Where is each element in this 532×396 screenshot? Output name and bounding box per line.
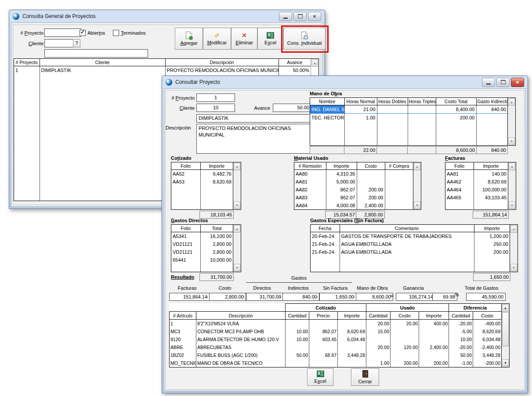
table-row[interactable]: AA46543,103.45 <box>445 194 508 202</box>
titlebar-consultar-proyecto[interactable]: Consultar Proyecto <box>162 76 528 88</box>
table-row[interactable]: AA82862.07200.00 <box>294 186 413 194</box>
descripcion-field[interactable]: PROYECTO REMODOLACIÓN OFICINAS MUNICIPAL <box>196 124 312 154</box>
gastos-especiales-scrollbar[interactable]: ▲ ▼ <box>510 225 518 272</box>
gastos-directos-scrollbar[interactable]: ▲ ▼ <box>233 225 241 272</box>
modificar-button[interactable]: Modificar <box>203 28 231 50</box>
cliente-field[interactable]: 10 <box>196 104 235 112</box>
header-row: FechaComentarioImporte <box>311 225 510 232</box>
scroll-track[interactable] <box>233 171 241 201</box>
mano-de-obra-label: Mano de Obra <box>310 91 342 96</box>
abiertos-checkbox[interactable] <box>80 30 86 36</box>
titlebar-consulta-general[interactable]: Consulta General de Proyectos <box>9 10 325 22</box>
table-row[interactable]: AA83862.07200.00 <box>294 194 413 202</box>
table-row[interactable]: A534116,100.00 <box>171 232 233 241</box>
table-row[interactable]: MO_TECNICMANO DE OBRA DE TECNICO1.00200.… <box>170 359 502 367</box>
scroll-down-icon[interactable]: ▼ <box>502 359 509 367</box>
res-facturas-label: Facturas <box>169 285 205 291</box>
table-row[interactable]: VD211212,800.00 <box>171 248 233 256</box>
empty-cell <box>377 122 408 130</box>
empty-cell <box>474 256 510 264</box>
agregar-button[interactable]: Agregar <box>175 28 203 50</box>
proyecto-input[interactable] <box>44 29 81 37</box>
table-row[interactable]: 6544110,000.00 <box>171 256 233 264</box>
table-row[interactable]: 1DIMIPLASTIKPROYECTO REMODOLACIÓN OFICIN… <box>14 66 311 75</box>
proyecto-field[interactable]: 1 <box>196 94 235 102</box>
cell <box>391 328 419 335</box>
scroll-up-icon[interactable]: ▲ <box>510 225 517 233</box>
maximize-icon[interactable] <box>293 12 307 21</box>
empty-cell <box>14 145 40 153</box>
table-row[interactable]: AA529,482.76 <box>171 170 233 178</box>
empty-cell <box>40 177 165 185</box>
minimize-icon[interactable] <box>279 12 292 21</box>
close-icon[interactable] <box>308 12 321 21</box>
scroll-track[interactable] <box>502 346 509 359</box>
table-row[interactable]: 18'2"X10'M524 VLRA20.0020.00400.00-20.00… <box>170 320 502 328</box>
table-row[interactable]: AA4628,620.69 <box>445 178 508 186</box>
scroll-up-icon[interactable]: ▲ <box>311 59 318 67</box>
scroll-up-icon[interactable]: ▲ <box>234 163 240 170</box>
table-row[interactable]: VD211212,800.00 <box>171 240 233 248</box>
table-row[interactable]: 1BZ02FUSIBLE BUSS (AGC 1/200)50.0068.973… <box>170 351 502 359</box>
avance-field[interactable]: 50.00 <box>273 104 311 112</box>
table-row[interactable]: ABREABRECUBETAS20.00120.002,400.00-20.00… <box>170 343 502 351</box>
cotizado-scrollbar[interactable]: ▲ ▼ <box>233 162 241 209</box>
table-row[interactable]: MC3CONECTOR MC3 P/LAMP OHB10.00862.078,6… <box>170 328 502 335</box>
table-row[interactable]: 20-Feb-24GASTOS DE TRANSPORTE DE TRABAJA… <box>311 232 510 241</box>
table-row[interactable]: 21-Feb-24AGUA EMBOTELLADA250.00 <box>311 240 510 248</box>
scroll-thumb[interactable] <box>502 312 509 346</box>
abiertos-label: Abiertos <box>87 30 105 36</box>
table-row[interactable]: AA804,310.35 <box>294 170 413 178</box>
table-row[interactable]: 9120ALARMA DETECTOR DE HUMO 120 V10.0060… <box>170 335 502 343</box>
cell: 603.45 <box>309 335 338 343</box>
cell: 200.00 <box>474 248 510 256</box>
scroll-track[interactable] <box>508 171 516 201</box>
eliminar-label: Eliminar <box>235 40 253 45</box>
minimize-icon[interactable] <box>482 78 495 87</box>
empty-cell <box>344 130 377 137</box>
header-row: # ProyectoClienteDescripciónAvance <box>14 59 311 66</box>
table-row[interactable]: AA815,000.00 <box>294 178 413 186</box>
maximize-icon[interactable] <box>496 78 510 87</box>
scroll-down-icon[interactable]: ▼ <box>414 202 420 209</box>
table-row[interactable]: TEC. HECTOR1.00200.00 <box>310 114 507 122</box>
scroll-up-icon[interactable]: ▲ <box>509 163 515 170</box>
table-row[interactable]: AA844,000.082,400.00 <box>294 202 413 209</box>
scroll-down-icon[interactable]: ▼ <box>510 264 517 271</box>
cell: 862.07 <box>326 194 357 202</box>
scroll-up-icon[interactable]: ▲ <box>234 225 240 233</box>
scroll-down-icon[interactable]: ▼ <box>509 202 515 209</box>
cerrar-button[interactable]: Cerrar <box>351 368 379 386</box>
articulos-scrollbar[interactable]: ▲ ▼ <box>502 303 510 367</box>
scroll-up-icon[interactable]: ▲ <box>414 163 420 170</box>
scroll-down-icon[interactable]: ▼ <box>234 264 240 271</box>
table-row[interactable]: ING. DANIEL S21.008,400.00840.00 <box>310 105 507 114</box>
table-row[interactable]: AA538,620.69 <box>171 178 233 186</box>
close-icon[interactable] <box>511 78 524 87</box>
eliminar-button[interactable]: Eliminar <box>231 28 257 50</box>
column-header: Importe <box>200 162 233 170</box>
table-row[interactable]: 21-Feb-24AGUA EMBOTELLADA200.00 <box>311 248 510 256</box>
scroll-down-icon[interactable]: ▼ <box>234 202 240 209</box>
material-scrollbar[interactable]: ▲ ▼ <box>413 162 421 209</box>
table-row[interactable]: AA81140.00 <box>445 170 508 178</box>
facturas-scrollbar[interactable]: ▲ ▼ <box>508 162 516 209</box>
mano-scrollbar[interactable]: ▲ ▼ <box>507 98 515 145</box>
cliente-search-button[interactable]: ? <box>73 39 80 47</box>
scroll-track[interactable] <box>508 106 515 137</box>
cliente-input[interactable] <box>44 39 76 47</box>
excel-label: Excel <box>315 378 326 384</box>
scroll-track[interactable] <box>510 233 518 263</box>
scroll-up-icon[interactable]: ▲ <box>508 98 515 106</box>
scroll-track[interactable] <box>233 233 241 263</box>
terminados-checkbox[interactable] <box>113 30 119 36</box>
res-sinfactura-value: 1,650.00 <box>319 293 356 301</box>
scroll-down-icon[interactable]: ▼ <box>508 137 515 145</box>
scroll-up-icon[interactable]: ▲ <box>502 304 509 312</box>
scroll-track[interactable] <box>413 171 421 201</box>
excel-button[interactable]: Excel <box>307 368 333 386</box>
table-row[interactable]: AA464100,000.00 <box>445 186 508 194</box>
cell: AA80 <box>294 170 326 178</box>
excel-button[interactable]: Excel <box>257 28 283 50</box>
empty-row <box>310 137 507 145</box>
